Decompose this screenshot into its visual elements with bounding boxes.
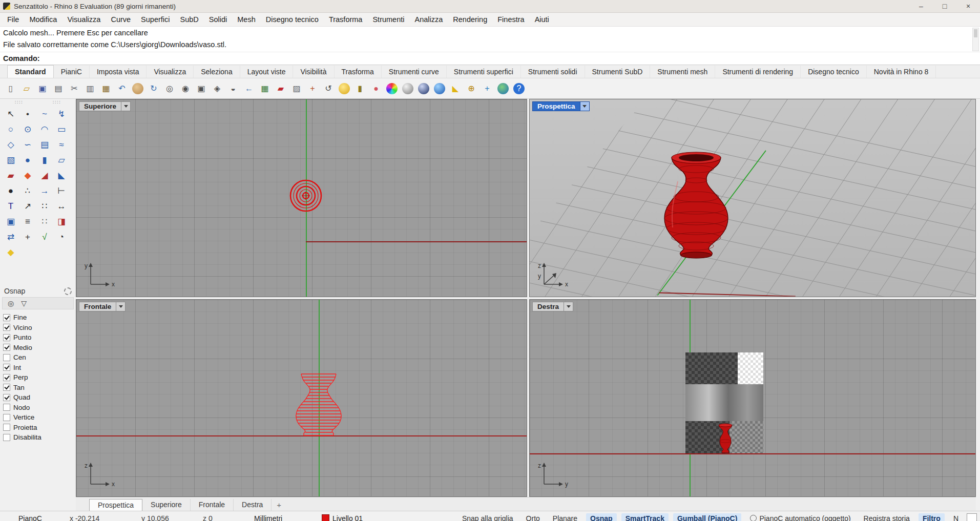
polygon-icon[interactable]: ◇ — [3, 138, 18, 152]
eraser-icon[interactable]: ◆ — [3, 245, 18, 259]
polyline-icon[interactable]: ↯ — [54, 107, 69, 121]
menu-superfici[interactable]: Superfici — [136, 15, 175, 24]
boolean-union-icon[interactable]: ● — [3, 184, 18, 198]
toolbar-tab-strumenti-solidi[interactable]: Strumenti solidi — [521, 66, 585, 78]
curve-edit-icon[interactable]: → — [37, 184, 52, 198]
viewport-tab-prospettica[interactable]: Prospettica — [89, 499, 142, 511]
checkbox-icon[interactable] — [3, 414, 10, 421]
minimize-button[interactable]: – — [909, 0, 933, 12]
new-file-icon[interactable]: ▯ — [4, 82, 17, 95]
extrude-icon[interactable]: ▰ — [3, 169, 18, 182]
close-button[interactable]: × — [956, 0, 980, 12]
freeform-curve-icon[interactable]: ∽ — [20, 138, 35, 152]
pan-hand-icon[interactable] — [132, 83, 143, 94]
viewport-title-superiore[interactable]: Superiore — [79, 101, 131, 111]
checkbox-icon[interactable] — [3, 314, 10, 321]
open-file-icon[interactable]: ▱ — [20, 82, 33, 95]
chevron-down-icon[interactable] — [580, 101, 590, 111]
toolbar-tab-strumenti-mesh[interactable]: Strumenti mesh — [650, 66, 715, 78]
viewport-title-frontale[interactable]: Frontale — [79, 302, 126, 311]
zoom-selected-icon[interactable]: ◒ — [226, 82, 240, 95]
osnap-option-tan[interactable]: Tan — [2, 383, 74, 393]
menu-rendering[interactable]: Rendering — [448, 15, 492, 24]
drag-move-icon[interactable]: + — [306, 82, 319, 95]
toolbar-tab-pianic[interactable]: PianiC — [54, 66, 90, 78]
status-toggle-n[interactable]: N — [949, 513, 963, 521]
boolean-split-icon[interactable]: ◆ — [20, 169, 35, 182]
status-toggle-gumball-pianoc[interactable]: Gumball (PianoC) — [673, 513, 741, 521]
block-icon[interactable]: ▣ — [3, 215, 18, 228]
ladder-icon[interactable]: ≡ — [20, 215, 35, 228]
point-grid-icon[interactable]: ∷ — [37, 215, 52, 228]
toolbar-tab-disegno-tecnico[interactable]: Disegno tecnico — [801, 66, 867, 78]
join-check-icon[interactable]: √ — [37, 230, 52, 244]
status-toggle-filtro[interactable]: Filtro — [919, 513, 945, 521]
cplane-prism-icon[interactable]: ◣ — [449, 82, 462, 95]
surface-icon[interactable]: ▤ — [37, 138, 52, 152]
checkbox-icon[interactable] — [3, 374, 10, 381]
toolbar-tab-trasforma[interactable]: Trasforma — [335, 66, 382, 78]
render-sphere-icon[interactable] — [418, 83, 429, 94]
leader-icon[interactable]: ↗ — [20, 199, 35, 213]
panel-toggle-icon[interactable] — [967, 513, 977, 521]
arc-icon[interactable]: ◠ — [37, 122, 52, 136]
viewport-title-destra[interactable]: Destra — [532, 302, 573, 311]
menu-trasforma[interactable]: Trasforma — [324, 15, 368, 24]
checkbox-icon[interactable] — [3, 324, 10, 331]
osnap-option-proietta[interactable]: Proietta — [2, 423, 74, 433]
viewport-title-prospettica[interactable]: Prospettica — [532, 101, 590, 111]
menu-mesh[interactable]: Mesh — [232, 15, 260, 24]
status-toggle-orto[interactable]: Orto — [522, 513, 544, 521]
vase-object-front-view[interactable] — [286, 369, 353, 441]
osnap-option-vertice[interactable]: Vertice — [2, 412, 74, 423]
lock-icon[interactable]: ▮ — [353, 82, 367, 95]
osnap-disable-icon[interactable]: ◎ — [8, 299, 14, 307]
toolbar-tab-novit-in-rhino-8[interactable]: Novità in Rhino 8 — [867, 66, 936, 78]
render-globe-icon[interactable] — [497, 83, 509, 94]
osnap-option-quad[interactable]: Quad — [2, 392, 74, 403]
viewport-destra[interactable]: Destra z — [529, 299, 976, 497]
analyze-sphere-icon[interactable] — [434, 83, 445, 94]
rectangle-icon[interactable]: ▭ — [54, 122, 69, 136]
viewport-tab-frontale[interactable]: Frontale — [191, 499, 234, 511]
viewport-superiore[interactable]: Superiore y x — [76, 99, 527, 297]
move-icon[interactable]: + — [20, 230, 35, 244]
toolbar-tab-strumenti-curve[interactable]: Strumenti curve — [382, 66, 447, 78]
vase-object[interactable] — [655, 151, 737, 261]
osnap-option-punto[interactable]: Punto — [2, 332, 74, 343]
material-sphere-icon[interactable] — [402, 83, 413, 94]
menu-finestra[interactable]: Finestra — [492, 15, 529, 24]
orient-icon[interactable]: ◔ — [54, 230, 69, 244]
loft-icon[interactable]: ≈ — [54, 138, 69, 152]
mesh-flat-icon[interactable]: ▨ — [290, 82, 303, 95]
lamp-icon[interactable] — [339, 83, 350, 94]
command-prompt[interactable]: Comando: — [0, 52, 980, 65]
toolbar-tab-visibilit[interactable]: Visibilità — [293, 66, 334, 78]
command-scrollbar[interactable] — [972, 28, 979, 51]
menu-disegno-tecnico[interactable]: Disegno tecnico — [261, 15, 324, 24]
osnap-filter-icon[interactable]: ▽ — [21, 299, 27, 307]
plane-icon[interactable]: ▱ — [54, 153, 69, 167]
copy-icon[interactable]: ▥ — [84, 82, 97, 95]
checkbox-icon[interactable] — [3, 424, 10, 431]
paste-icon[interactable]: ▦ — [99, 82, 113, 95]
toolbar-tab-layout-viste[interactable]: Layout viste — [240, 66, 294, 78]
zoom-dynamic-icon[interactable]: ◉ — [179, 82, 192, 95]
handle-icon[interactable]: ⊢ — [54, 184, 69, 198]
toolbar-tab-imposta-vista[interactable]: Imposta vista — [90, 66, 147, 78]
toolbar-tab-strumenti-superfici[interactable]: Strumenti superfici — [447, 66, 521, 78]
layer-panel-icon[interactable]: ▦ — [258, 82, 272, 95]
status-toggle-planare[interactable]: Planare — [549, 513, 581, 521]
mirror-icon[interactable]: ⇄ — [3, 230, 18, 244]
menu-visualizza[interactable]: Visualizza — [62, 15, 106, 24]
chevron-down-icon[interactable] — [116, 302, 126, 311]
menu-analizza[interactable]: Analizza — [410, 15, 448, 24]
viewport-tab-destra[interactable]: Destra — [234, 499, 272, 511]
cut-icon[interactable]: ✂ — [68, 82, 81, 95]
viewport-prospettica[interactable]: Prospettica — [529, 99, 976, 297]
checkbox-icon[interactable] — [3, 344, 10, 351]
active-layer-selector[interactable]: Livello 01 — [316, 514, 369, 521]
viewport-tab-superiore[interactable]: Superiore — [142, 499, 191, 511]
gumball-icon[interactable]: + — [481, 82, 494, 95]
save-icon[interactable]: ▣ — [36, 82, 49, 95]
